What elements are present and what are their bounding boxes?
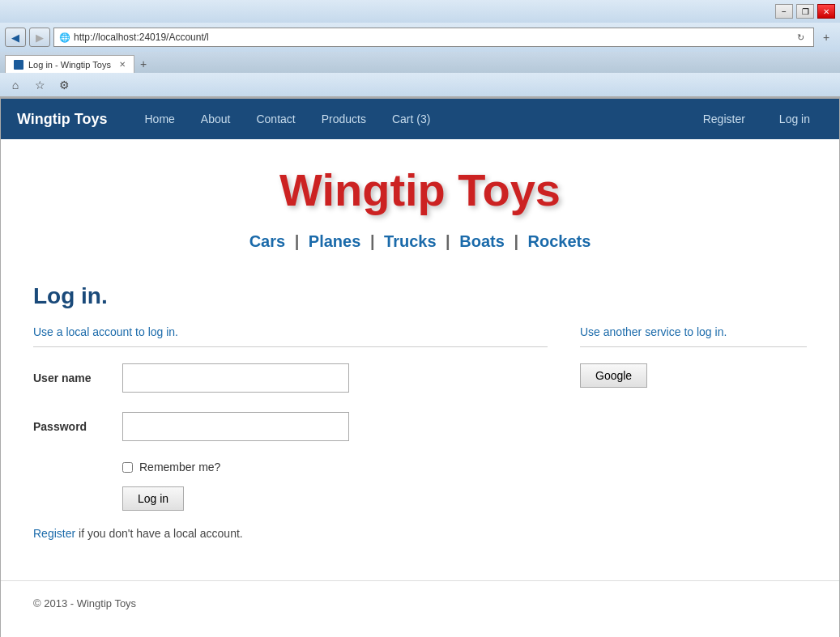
nav-products[interactable]: Products [309,99,379,139]
new-tab-button[interactable]: + [817,28,835,46]
restore-button[interactable]: ❐ [796,4,814,19]
sep-4: | [510,232,523,250]
home-toolbar-button[interactable]: ⌂ [5,75,26,95]
local-section-label: Use a local account to log in. [33,325,548,338]
nav-about[interactable]: About [188,99,244,139]
password-group: Password [33,412,548,441]
copyright-text: © 2013 - Wingtip Toys [33,597,136,609]
tab-title: Log in - Wingtip Toys [28,60,111,70]
cat-trucks[interactable]: Trucks [384,232,436,250]
cat-cars[interactable]: Cars [249,232,285,250]
login-left: Use a local account to log in. User name… [33,325,548,540]
nav-cart[interactable]: Cart (3) [379,99,443,139]
google-button[interactable]: Google [580,363,647,388]
username-label: User name [33,372,122,384]
refresh-button[interactable]: ↻ [792,28,808,46]
login-layout: Use a local account to log in. User name… [33,325,807,540]
site-footer: © 2013 - Wingtip Toys [1,580,839,626]
password-input[interactable] [122,412,349,441]
hero-section: Wingtip Toys [1,139,839,224]
hero-title: Wingtip Toys [17,163,823,216]
username-input[interactable] [122,363,349,393]
remember-label: Remember me? [139,461,220,474]
forward-button[interactable]: ▶ [29,28,50,47]
remember-checkbox[interactable] [122,462,133,473]
minimize-button[interactable]: − [775,4,793,19]
page-content: Log in. Use a local account to log in. U… [1,267,839,556]
site-content: Wingtip Toys Home About Contact Products… [0,98,840,637]
register-note: Register if you don't have a local accou… [33,527,548,540]
login-btn-row: Log in [122,486,548,511]
login-button[interactable]: Log in [122,486,184,511]
external-section-label: Use another service to log in. [580,325,807,338]
cat-planes[interactable]: Planes [309,232,360,250]
url-text: http://localhost:24019/Account/l [74,32,792,43]
register-note-text: if you don't have a local account. [75,527,243,540]
nav-links: Home About Contact Products Cart (3) [132,99,444,139]
cat-rockets[interactable]: Rockets [528,232,591,250]
settings-toolbar-button[interactable]: ⚙ [53,75,75,95]
sep-3: | [441,232,455,250]
new-tab-button-2[interactable]: + [134,55,152,73]
nav-right: Register Log in [690,99,823,139]
browser-tab[interactable]: Log in - Wingtip Toys ✕ [5,55,134,73]
sep-2: | [365,232,379,250]
address-icon: 🌐 [59,32,70,43]
login-right: Use another service to log in. Google [580,325,807,540]
password-label: Password [33,420,122,433]
favorites-toolbar-button[interactable]: ☆ [29,75,50,95]
address-bar[interactable]: 🌐 http://localhost:24019/Account/l ↻ [53,28,814,47]
right-divider [580,346,807,347]
nav-login[interactable]: Log in [766,99,823,139]
nav-register[interactable]: Register [690,99,758,139]
remember-row: Remember me? [122,461,548,474]
sep-1: | [290,232,304,250]
site-nav: Wingtip Toys Home About Contact Products… [1,99,839,139]
left-divider [33,346,548,347]
cat-boats[interactable]: Boats [459,232,505,250]
username-group: User name [33,363,548,393]
nav-home[interactable]: Home [132,99,188,139]
site-logo[interactable]: Wingtip Toys [17,111,108,128]
tab-favicon [14,60,23,70]
close-button[interactable]: ✕ [817,4,835,19]
register-link[interactable]: Register [33,527,75,540]
nav-contact[interactable]: Contact [243,99,308,139]
back-button[interactable]: ◀ [5,28,26,47]
tab-close-button[interactable]: ✕ [119,60,126,69]
page-title: Log in. [33,283,807,309]
category-links: Cars | Planes | Trucks | Boats | Rockets [1,224,839,267]
